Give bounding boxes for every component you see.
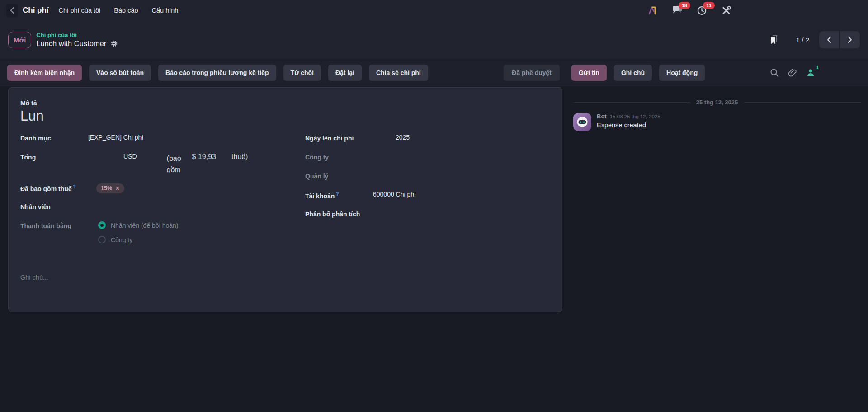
company-label: Công ty <box>305 153 373 161</box>
date-divider-label: 25 thg 12, 2025 <box>690 99 745 106</box>
notes-field <box>20 274 550 303</box>
attach-receipt-button[interactable]: Đính kèm biên nhận <box>7 65 82 81</box>
field-category: Danh mục [EXP_GEN] Chi phí <box>20 134 288 145</box>
included-taxes-label: Đã bao gồm thuế? <box>20 183 88 192</box>
refuse-button[interactable]: Từ chối <box>283 65 321 81</box>
messages-badge: 18 <box>679 2 690 9</box>
systray: 18 11 <box>647 5 731 16</box>
record-title: Lunch with Customer <box>36 39 106 48</box>
bot-avatar <box>573 113 591 131</box>
log-note-button[interactable]: Ghi chú <box>614 65 652 81</box>
field-included-taxes: Đã bao gồm thuế? 15% ✕ <box>20 183 288 195</box>
total-label: Tổng <box>20 153 88 161</box>
category-label: Danh mục <box>20 134 88 142</box>
tax-tag-value: 15% <box>101 185 112 192</box>
chevron-right-icon <box>847 36 853 43</box>
attachments-icon[interactable] <box>788 68 797 78</box>
field-manager: Quản lý <box>305 172 550 183</box>
reset-button[interactable]: Đặt lại <box>328 65 362 81</box>
analytic-distribution-label: Phân bổ phân tích <box>305 210 373 218</box>
app-menu-title[interactable]: Chi phí <box>23 6 49 15</box>
chatter-feed: 25 thg 12, 2025 <box>563 86 868 312</box>
breadcrumb: Chi phí của tôi Lunch with Customer <box>36 32 118 48</box>
top-navbar: Chi phí Chi phí của tôi Báo cáo Cấu hình… <box>0 0 868 21</box>
status-badge-new: Mới <box>8 32 31 48</box>
form-right-column: Ngày lên chi phí 2025 Công ty Quản lý Tà… <box>305 134 550 251</box>
manager-label: Quản lý <box>305 172 373 180</box>
nav-item-reporting[interactable]: Báo cáo <box>114 7 138 14</box>
chatter-toolbar: Gửi tin Ghi chú Hoạt động 1 <box>563 59 868 86</box>
chevron-left-icon <box>9 7 15 14</box>
radio-selected-icon <box>98 221 106 229</box>
pager-area: 1 / 2 <box>769 31 860 48</box>
tax-tag[interactable]: 15% ✕ <box>96 183 124 193</box>
messages-icon[interactable]: 18 <box>672 5 683 16</box>
report-in-next-payslip-button[interactable]: Báo cáo trong phiếu lương kế tiếp <box>158 65 276 81</box>
action-toolbar: Đính kèm biên nhận Vào sổ bút toán Báo c… <box>0 59 563 86</box>
pager-next-button[interactable] <box>840 31 860 48</box>
search-messages-icon[interactable] <box>769 68 779 78</box>
back-button[interactable] <box>6 4 18 17</box>
field-account: Tài khoản? 600000 Chi phí <box>305 191 550 202</box>
date-divider: 25 thg 12, 2025 <box>573 99 861 106</box>
expense-form-sheet: Mô tả Lun Danh mục [EXP_GEN] Chi phí Tổn… <box>8 87 562 312</box>
description-label: Mô tả <box>20 99 550 107</box>
notes-input[interactable] <box>20 274 445 301</box>
message-timestamp: 15:03 25 thg 12, 2025 <box>610 114 660 119</box>
message-text: Expense created <box>597 122 646 129</box>
post-journal-entries-button[interactable]: Vào sổ bút toán <box>89 65 151 81</box>
pager-counter: 1 / 2 <box>796 36 809 44</box>
chatter-message: Bot 15:03 25 thg 12, 2025 Expense create… <box>573 113 861 131</box>
field-company: Công ty <box>305 153 550 164</box>
account-input[interactable]: 600000 Chi phí <box>373 191 416 198</box>
expense-date-input[interactable]: 2025 <box>396 134 410 141</box>
chevron-left-icon <box>826 36 832 43</box>
follower-count: 1 <box>816 65 819 70</box>
expense-date-label: Ngày lên chi phí <box>305 134 373 142</box>
account-label: Tài khoản? <box>305 191 373 200</box>
text-cursor <box>647 121 648 129</box>
breadcrumb-parent-link[interactable]: Chi phí của tôi <box>36 32 118 38</box>
form-left-column: Danh mục [EXP_GEN] Chi phí Tổng USD (bao… <box>20 134 288 251</box>
description-input[interactable]: Lun <box>20 107 550 126</box>
tools-icon[interactable] <box>721 5 731 16</box>
bookmark-icon[interactable] <box>769 34 778 45</box>
tax-included-note: (bao gồm $ 19,93 thuế) <box>167 153 248 176</box>
nav-item-configuration[interactable]: Cấu hình <box>152 7 179 14</box>
nav-item-my-expenses[interactable]: Chi phí của tôi <box>59 7 101 14</box>
field-employee: Nhân viên <box>20 202 288 214</box>
paid-by-label: Thanh toán bằng <box>20 221 88 229</box>
field-analytic: Phân bổ phân tích <box>305 210 550 221</box>
gear-icon[interactable] <box>110 40 118 47</box>
field-total: Tổng USD (bao gồm $ 19,93 thuế) <box>20 153 288 176</box>
radio-option-employee[interactable]: Nhân viên (để bồi hoàn) <box>98 221 178 229</box>
activities-button[interactable]: Hoạt động <box>659 65 705 81</box>
field-paid-by: Thanh toán bằng Nhân viên (để bồi hoàn) … <box>20 221 288 243</box>
category-input[interactable]: [EXP_GEN] Chi phí <box>88 134 143 141</box>
field-expense-date: Ngày lên chi phí 2025 <box>305 134 550 145</box>
radio-option-company[interactable]: Công ty <box>98 236 178 243</box>
ai-assistant-icon[interactable] <box>647 5 658 16</box>
help-icon[interactable]: ? <box>73 184 76 189</box>
followers-icon[interactable]: 1 <box>806 68 816 78</box>
activities-badge: 11 <box>703 2 715 9</box>
pager-previous-button[interactable] <box>819 31 839 48</box>
send-message-button[interactable]: Gửi tin <box>571 65 607 81</box>
employee-label: Nhân viên <box>20 202 88 211</box>
breadcrumb-bar: Mới Chi phí của tôi Lunch with Customer … <box>0 21 868 59</box>
currency-select[interactable]: USD <box>123 153 137 160</box>
approved-status-indicator: Đã phê duyệt <box>504 65 560 81</box>
tax-tag-remove-icon[interactable]: ✕ <box>115 185 120 192</box>
split-expense-button[interactable]: Chia sẻ chi phí <box>369 65 428 81</box>
app-nav: Chi phí của tôi Báo cáo Cấu hình <box>59 7 179 14</box>
help-icon[interactable]: ? <box>336 192 339 197</box>
message-author: Bot <box>597 113 607 120</box>
radio-unselected-icon <box>98 236 106 243</box>
activities-icon[interactable]: 11 <box>696 5 707 16</box>
